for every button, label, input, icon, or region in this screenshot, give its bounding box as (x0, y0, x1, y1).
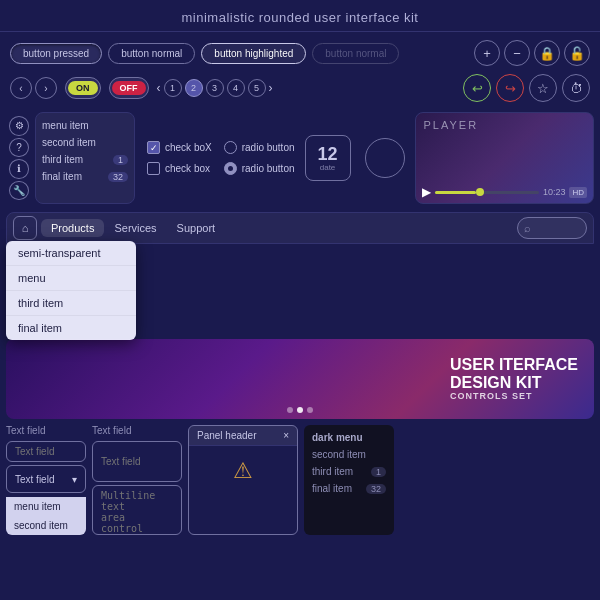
bottom-section: Text field Text field ▾ menu item second… (0, 419, 600, 539)
radio-2-circle (224, 162, 237, 175)
play-button[interactable]: ▶ (422, 185, 431, 199)
dropdown-item-3[interactable]: third item (6, 291, 136, 316)
panel-widget: Panel header × ⚠ (188, 425, 298, 535)
menu-item-1[interactable]: menu item (36, 117, 134, 134)
dropdown-item-2[interactable]: menu (6, 266, 136, 291)
page-4[interactable]: 4 (227, 79, 245, 97)
banner-title-1: USER ITERFACE (450, 356, 578, 374)
player-label: PLAYER (424, 119, 479, 131)
text-field-2-col: Text field (92, 425, 182, 535)
tabs-bar: ⌂ Products Services Support ⌕ (6, 212, 594, 244)
panel-header: Panel header × (189, 426, 297, 446)
radio-2[interactable]: radio button (224, 162, 295, 175)
nav-back-button[interactable]: ‹ (10, 77, 32, 99)
checkbox-1[interactable]: ✓ check boX (147, 141, 212, 154)
player-panel: PLAYER ▶ 10:23 HD (415, 112, 594, 204)
action-icons: ↩ ↪ ☆ ⏱ (463, 74, 590, 102)
tab-search-bar[interactable]: ⌕ (517, 217, 587, 239)
banner-dot-1 (287, 407, 293, 413)
search-icon: ⌕ (524, 222, 531, 234)
dropdown-item-1[interactable]: semi-transparent (6, 241, 136, 266)
controls-section: ‹ › ON OFF ‹ 1 2 3 4 5 › ↩ ↪ ☆ ⏱ (0, 74, 600, 108)
dropdown-item-4[interactable]: final item (6, 316, 136, 340)
tabs-section: ⌂ Products Services Support ⌕ semi-trans… (0, 208, 600, 244)
radio-2-label: radio button (242, 163, 295, 174)
dark-menu-item-3[interactable]: final item 32 (304, 480, 394, 497)
dropdown-menu: semi-transparent menu third item final i… (6, 241, 136, 340)
text-field-1-label: Text field (6, 425, 86, 436)
page-5[interactable]: 5 (248, 79, 266, 97)
menu-item-3[interactable]: third item1 (36, 151, 134, 168)
page-title: minimalistic rounded user interface kit (0, 0, 600, 32)
text-field-2-label: Text field (92, 425, 182, 436)
tab-products[interactable]: Products (41, 219, 104, 237)
panel-body: ⚠ (189, 446, 297, 496)
lock-icon-button[interactable]: 🔒 (534, 40, 560, 66)
tool-icon[interactable]: 🔧 (9, 181, 29, 201)
banner-section: USER ITERFACE DESIGN KIT CONTROLS SET (6, 339, 594, 419)
button-highlighted[interactable]: button highlighted (201, 43, 306, 64)
page-2[interactable]: 2 (185, 79, 203, 97)
calendar-widget[interactable]: 12 date (305, 135, 351, 181)
button-normal[interactable]: button normal (108, 43, 195, 64)
icon-group: + − 🔒 🔓 (474, 40, 590, 66)
toggle-on-label: ON (68, 81, 98, 95)
nav-forward-button[interactable]: › (35, 77, 57, 99)
calendar-day: 12 (318, 145, 338, 163)
inline-item-2[interactable]: second item (6, 516, 86, 535)
toggle-switch-off[interactable]: OFF (109, 77, 149, 99)
help-icon[interactable]: ? (9, 138, 29, 158)
warning-icon: ⚠ (233, 458, 253, 484)
back-icon-button[interactable]: ↩ (463, 74, 491, 102)
checkbox-panel: ✓ check boX check box (141, 112, 218, 204)
button-disabled[interactable]: button normal (312, 43, 399, 64)
page-3[interactable]: 3 (206, 79, 224, 97)
text-field-1-input[interactable] (6, 441, 86, 462)
dark-menu-item-1[interactable]: second item (304, 446, 394, 463)
toggle-off-label: OFF (112, 81, 146, 95)
inline-item-1[interactable]: menu item (6, 497, 86, 516)
page-left-icon[interactable]: ‹ (157, 81, 161, 95)
clock-icon-button[interactable]: ⏱ (562, 74, 590, 102)
banner-text: USER ITERFACE DESIGN KIT CONTROLS SET (450, 356, 578, 401)
menu-item-4[interactable]: final item32 (36, 168, 134, 185)
tab-support[interactable]: Support (167, 219, 226, 237)
text-field-2-input[interactable] (92, 441, 182, 482)
banner-subtitle: CONTROLS SET (450, 392, 578, 402)
radio-1-circle (224, 141, 237, 154)
progress-bar[interactable] (435, 191, 539, 194)
menu-icon-column: ⚙ ? ℹ 🔧 (6, 112, 32, 204)
checkbox-2[interactable]: check box (147, 162, 212, 175)
toggle-switch[interactable]: ON (65, 77, 101, 99)
panel-header-label: Panel header (197, 430, 257, 441)
star-icon-button[interactable]: ☆ (529, 74, 557, 102)
hd-badge: HD (569, 187, 587, 198)
unlock-icon-button[interactable]: 🔓 (564, 40, 590, 66)
info-icon[interactable]: ℹ (9, 159, 29, 179)
multiline-textarea[interactable] (92, 485, 182, 535)
tab-services[interactable]: Services (104, 219, 166, 237)
settings-icon[interactable]: ⚙ (9, 116, 29, 136)
menu-item-2[interactable]: second item (36, 134, 134, 151)
radio-1[interactable]: radio button (224, 141, 295, 154)
player-time: 10:23 (543, 187, 566, 197)
progress-dot (476, 188, 484, 196)
checkbox-1-box: ✓ (147, 141, 160, 154)
banner-dot-3 (307, 407, 313, 413)
checkbox-2-label: check box (165, 163, 210, 174)
dark-menu-item-2[interactable]: third item 1 (304, 463, 394, 480)
forward-icon-button[interactable]: ↪ (496, 74, 524, 102)
pagination: ‹ 1 2 3 4 5 › (157, 79, 273, 97)
page-1[interactable]: 1 (164, 79, 182, 97)
button-pressed[interactable]: button pressed (10, 43, 102, 64)
text-field-1-col: Text field Text field ▾ menu item second… (6, 425, 86, 535)
middle-section: ⚙ ? ℹ 🔧 menu item second item third item… (0, 108, 600, 208)
minus-icon-button[interactable]: − (504, 40, 530, 66)
calendar-label: date (320, 163, 336, 172)
close-icon[interactable]: × (283, 430, 289, 441)
page-right-icon[interactable]: › (269, 81, 273, 95)
text-field-dropdown[interactable]: Text field ▾ (6, 465, 86, 493)
plus-icon-button[interactable]: + (474, 40, 500, 66)
player-controls: ▶ 10:23 HD (422, 185, 587, 199)
tab-home-button[interactable]: ⌂ (13, 216, 37, 240)
